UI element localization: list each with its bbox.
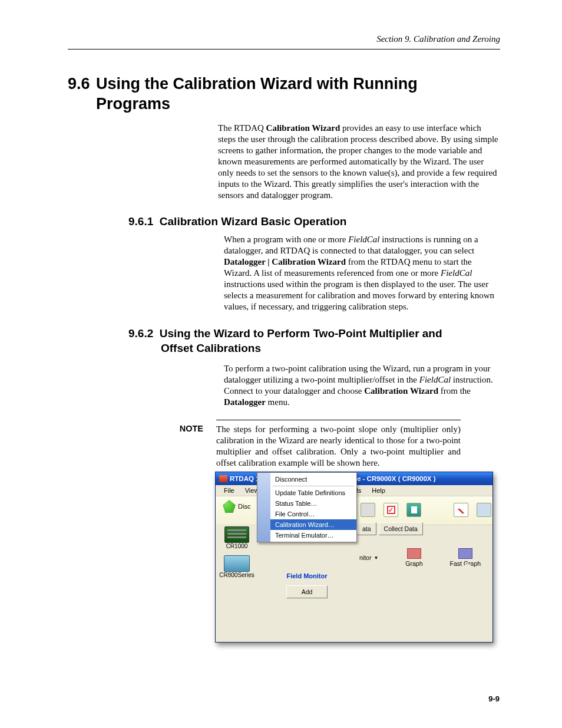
device-cr1000[interactable]: CR1000 [216, 524, 258, 553]
text: When a program with one or more [224, 235, 348, 244]
fast-graph-icon [458, 548, 472, 559]
heading-line1: Using the Wizard to Perform Two-Point Mu… [160, 327, 442, 340]
text: The RTDAQ [218, 123, 266, 133]
note-label: NOTE [154, 424, 216, 469]
disconnect-label: Disc [238, 503, 250, 510]
datalogger-menu-dropdown: Disconnect Update Table Definitions Stat… [257, 472, 357, 542]
monitor-label-fragment: nitor [359, 554, 371, 561]
italic-fieldcal: FieldCal [348, 235, 379, 244]
heading-title: Calibration Wizard Basic Operation [160, 215, 347, 228]
heading-9_6: 9.6Using the Calibration Wizard with Run… [68, 74, 500, 114]
page-number: 9-9 [488, 694, 500, 703]
section-header: Section 9. Calibration and Zeroing [68, 34, 500, 44]
collect-data-button[interactable]: Collect Data [379, 522, 423, 535]
board-icon [224, 526, 249, 543]
bold-cal-wizard: Calibration Wizard [364, 386, 438, 396]
bold-cal-wizard: Calibration Wizard [266, 123, 340, 133]
paragraph-9_6_2: To perform a two-point calibration using… [224, 363, 500, 408]
device-label: CR800Series [219, 572, 254, 578]
menu-item-terminal-emulator[interactable]: Terminal Emulator… [270, 530, 356, 541]
toolbar-copy-icon[interactable] [406, 503, 421, 517]
note-rule-top [216, 420, 461, 420]
heading-9_6_1: 9.6.1 Calibration Wizard Basic Operation [128, 215, 500, 228]
graph-label: Graph [405, 560, 422, 567]
disconnect-button[interactable]: Disc [223, 500, 250, 513]
graph-icon [407, 548, 421, 559]
italic-fieldcal: FieldCal [419, 375, 451, 384]
paragraph-9_6_1: When a program with one or more FieldCal… [224, 234, 500, 312]
toolbar-icon[interactable] [361, 503, 375, 517]
note-block: NOTE The steps for performing a two-poin… [154, 420, 461, 473]
device-cr800[interactable]: CR800Series [216, 553, 258, 582]
screenshot-rtdaq: RTDAQ 1.0 Datalogger Support Software - … [215, 472, 498, 648]
heading-number: 9.6 [68, 74, 96, 94]
plug-icon [223, 500, 236, 513]
heading-number: 9.6.2 [128, 327, 153, 340]
menu-item-disconnect[interactable]: Disconnect [270, 474, 356, 485]
menu-item-file-control[interactable]: File Control… [270, 509, 356, 519]
bold-menu-path: Datalogger | Calibration Wizard [224, 257, 346, 266]
text: from the [438, 386, 471, 396]
chevron-down-icon[interactable]: ▼ [373, 555, 378, 561]
add-button[interactable]: Add [286, 585, 328, 598]
header-rule [68, 49, 500, 50]
heading-line2: Offset Calibrations [128, 341, 500, 356]
toolbar-icon[interactable] [477, 503, 491, 517]
graph-button[interactable]: Graph [405, 548, 422, 567]
text: menu. [266, 397, 290, 407]
note-text: The steps for performing a two-point slo… [216, 424, 461, 469]
device-label: CR1000 [226, 543, 248, 549]
heading-line1: Using the Calibration Wizard with Runnin… [96, 75, 418, 93]
fast-graph-label: Fast Graph [450, 560, 481, 567]
menu-help[interactable]: Help [367, 486, 390, 495]
toolbar-check-icon[interactable] [384, 503, 398, 517]
text: instructions used within the program is … [224, 279, 494, 311]
board-icon [224, 555, 250, 572]
menu-item-calibration-wizard[interactable]: Calibration Wizard… [270, 519, 356, 530]
field-monitor-panel: Field Monitor Add [275, 572, 339, 598]
toolbar-plot-icon[interactable] [454, 503, 468, 517]
app-icon [219, 475, 227, 482]
field-monitor-title: Field Monitor [275, 572, 339, 579]
italic-fieldcal: FieldCal [441, 268, 472, 278]
bold-datalogger: Datalogger [224, 397, 266, 407]
paragraph-9_6-intro: The RTDAQ Calibration Wizard provides an… [218, 123, 500, 201]
device-sidebar: CR1000 CR800Series [216, 524, 258, 582]
heading-number: 9.6.1 [128, 215, 153, 228]
text: provides an easy to use interface which … [218, 123, 498, 200]
tab-ata[interactable]: ata [357, 522, 376, 535]
menu-file[interactable]: File [219, 486, 239, 495]
menu-item-status-table[interactable]: Status Table… [270, 498, 356, 509]
menu-item-update-tables[interactable]: Update Table Definitions [270, 487, 356, 498]
heading-line2: Programs [68, 94, 500, 114]
heading-9_6_2: 9.6.2 Using the Wizard to Perform Two-Po… [128, 327, 500, 355]
fast-graph-button[interactable]: Fast Graph [450, 548, 481, 567]
